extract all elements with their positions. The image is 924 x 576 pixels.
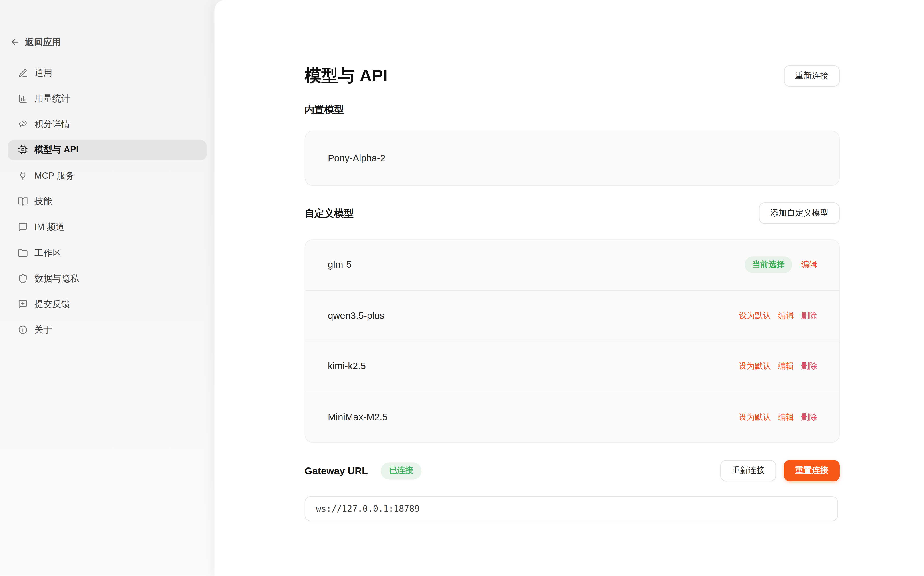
set-default-link[interactable]: 设为默认 bbox=[739, 310, 771, 321]
chip-icon bbox=[18, 145, 28, 155]
sidebar-item-skills[interactable]: 技能 bbox=[8, 191, 207, 211]
sidebar-item-label: 积分详情 bbox=[34, 119, 70, 130]
edit-link[interactable]: 编辑 bbox=[778, 310, 794, 321]
sidebar-item-feedback[interactable]: 提交反馈 bbox=[8, 294, 207, 315]
current-selection-badge: 当前选择 bbox=[745, 257, 792, 273]
message-plus-icon bbox=[18, 299, 28, 309]
sidebar-item-label: 技能 bbox=[34, 196, 52, 207]
book-open-icon bbox=[18, 197, 28, 206]
sidebar-item-im-channels[interactable]: IM 频道 bbox=[8, 217, 207, 237]
gateway-url-label: Gateway URL bbox=[305, 465, 368, 476]
sidebar-item-label: 提交反馈 bbox=[34, 299, 70, 310]
sidebar-item-about[interactable]: 关于 bbox=[8, 320, 207, 340]
back-to-app-link[interactable]: 返回应用 bbox=[10, 36, 214, 48]
gateway-reconnect-button[interactable]: 重新连接 bbox=[721, 460, 776, 482]
model-name: kimi-k2.5 bbox=[328, 361, 366, 372]
settings-window: 返回应用 通用 用量统计 积分详情 模型与 API MCP 服务 bbox=[0, 0, 924, 576]
pencil-icon bbox=[18, 68, 28, 78]
builtin-models-panel[interactable]: Pony-Alpha-2 bbox=[305, 131, 840, 186]
edit-link[interactable]: 编辑 bbox=[778, 412, 794, 422]
model-row-glm-5: glm-5 当前选择 编辑 bbox=[305, 240, 839, 291]
gateway-row: Gateway URL 已连接 重新连接 重置连接 bbox=[305, 460, 840, 482]
sidebar-item-workspace[interactable]: 工作区 bbox=[8, 243, 207, 263]
gateway-buttons: 重新连接 重置连接 bbox=[721, 460, 840, 482]
arrow-left-icon bbox=[10, 37, 19, 47]
sidebar-item-label: MCP 服务 bbox=[34, 170, 74, 182]
sidebar-item-label: 用量统计 bbox=[34, 93, 70, 104]
gateway-url-input[interactable] bbox=[305, 496, 838, 521]
page-header: 模型与 API 重新连接 bbox=[305, 62, 840, 90]
info-icon bbox=[18, 325, 28, 335]
model-row-actions: 设为默认 编辑 删除 bbox=[739, 310, 817, 321]
delete-link[interactable]: 删除 bbox=[801, 310, 817, 321]
plug-icon bbox=[18, 171, 28, 181]
delete-link[interactable]: 删除 bbox=[801, 412, 817, 422]
model-row-kimi: kimi-k2.5 设为默认 编辑 删除 bbox=[305, 341, 839, 392]
sidebar-item-label: IM 频道 bbox=[34, 221, 65, 233]
model-row-minimax: MiniMax-M2.5 设为默认 编辑 删除 bbox=[305, 392, 839, 442]
custom-models-header: 自定义模型 添加自定义模型 bbox=[305, 202, 840, 224]
model-row-actions: 设为默认 编辑 删除 bbox=[739, 361, 817, 372]
gateway-reset-button[interactable]: 重置连接 bbox=[784, 460, 840, 482]
sidebar-item-label: 关于 bbox=[34, 324, 52, 336]
reconnect-top-button[interactable]: 重新连接 bbox=[784, 65, 840, 86]
sidebar-item-mcp[interactable]: MCP 服务 bbox=[8, 166, 207, 186]
custom-models-label: 自定义模型 bbox=[305, 207, 354, 219]
model-name: glm-5 bbox=[328, 259, 352, 270]
back-to-app-label: 返回应用 bbox=[25, 37, 61, 48]
set-default-link[interactable]: 设为默认 bbox=[739, 412, 771, 422]
model-name: MiniMax-M2.5 bbox=[328, 412, 388, 422]
bar-chart-icon bbox=[18, 94, 28, 104]
model-name: qwen3.5-plus bbox=[328, 310, 384, 321]
sidebar-item-label: 模型与 API bbox=[34, 144, 78, 156]
message-square-icon bbox=[18, 222, 28, 232]
set-default-link[interactable]: 设为默认 bbox=[739, 361, 771, 372]
folder-icon bbox=[18, 248, 28, 258]
sidebar-item-label: 数据与隐私 bbox=[34, 273, 79, 284]
model-row-actions: 当前选择 编辑 bbox=[745, 257, 817, 273]
edit-link[interactable]: 编辑 bbox=[801, 259, 817, 270]
builtin-models-label: 内置模型 bbox=[305, 103, 840, 116]
sidebar-nav: 通用 用量统计 积分详情 模型与 API MCP 服务 技能 bbox=[0, 63, 214, 340]
builtin-model-name: Pony-Alpha-2 bbox=[305, 153, 386, 163]
coins-icon bbox=[18, 119, 28, 130]
sidebar-item-label: 工作区 bbox=[34, 247, 61, 259]
model-row-qwen: qwen3.5-plus 设为默认 编辑 删除 bbox=[305, 291, 839, 341]
sidebar-item-models-api[interactable]: 模型与 API bbox=[8, 140, 207, 160]
page-title: 模型与 API bbox=[305, 65, 388, 87]
sidebar-item-data-privacy[interactable]: 数据与隐私 bbox=[8, 269, 207, 289]
add-custom-model-button[interactable]: 添加自定义模型 bbox=[759, 202, 840, 224]
custom-models-panel: glm-5 当前选择 编辑 qwen3.5-plus 设为默认 编辑 删除 bbox=[305, 239, 840, 443]
shield-icon bbox=[18, 274, 28, 283]
delete-link[interactable]: 删除 bbox=[801, 361, 817, 372]
sidebar: 返回应用 通用 用量统计 积分详情 模型与 API MCP 服务 bbox=[0, 0, 214, 576]
model-row-actions: 设为默认 编辑 删除 bbox=[739, 412, 817, 422]
connected-status-badge: 已连接 bbox=[381, 462, 421, 480]
sidebar-item-usage-stats[interactable]: 用量统计 bbox=[8, 88, 207, 109]
sidebar-item-credits[interactable]: 积分详情 bbox=[8, 114, 207, 134]
edit-link[interactable]: 编辑 bbox=[778, 361, 794, 372]
sidebar-item-general[interactable]: 通用 bbox=[8, 63, 207, 83]
sidebar-item-label: 通用 bbox=[34, 67, 52, 79]
main-panel: 模型与 API 重新连接 内置模型 Pony-Alpha-2 自定义模型 添加自… bbox=[214, 0, 924, 576]
